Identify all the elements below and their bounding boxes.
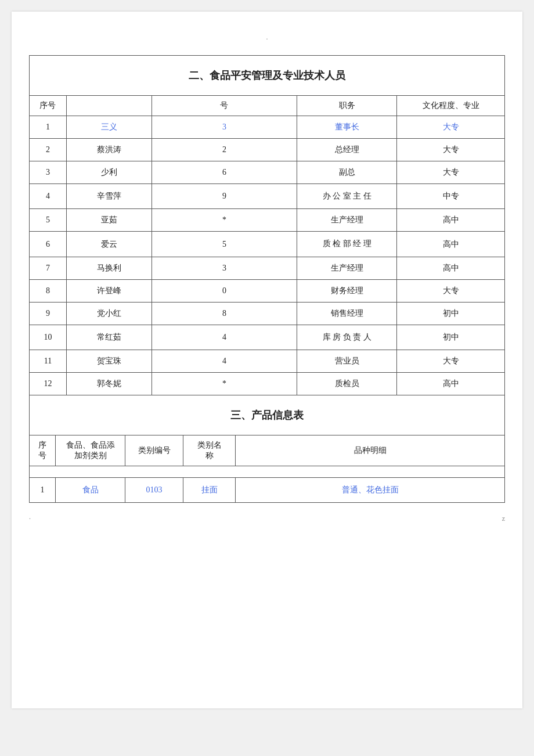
cell-role: 营业员 (297, 350, 397, 373)
section2-title-row: 二、食品平安管理及专业技术人员 (30, 56, 505, 96)
cell-name: 三义 (66, 116, 151, 139)
product-spacer-row (30, 466, 505, 478)
table-row: 5 亚茹 * 生产经理 高中 (30, 209, 505, 232)
table-row: 3 少利 6 副总 大专 (30, 161, 505, 184)
table-row: 9 党小红 8 销售经理 初中 (30, 302, 505, 325)
product-cell-seq: 1 (30, 478, 56, 503)
product-cell-name: 挂面 (183, 478, 236, 503)
cell-num: 0 (152, 279, 297, 302)
cell-num: 9 (152, 184, 297, 209)
top-dot: · (29, 35, 505, 44)
cell-role: 质检员 (297, 373, 397, 395)
header-name (66, 96, 151, 116)
cell-seq: 10 (30, 325, 67, 350)
cell-edu: 高中 (397, 257, 505, 279)
cell-edu: 大专 (397, 116, 505, 139)
table-row: 10 常红茹 4 库 房 负 责 人 初中 (30, 325, 505, 350)
cell-seq: 6 (30, 232, 67, 257)
cell-edu: 大专 (397, 161, 505, 184)
section3-title: 三、产品信息表 (30, 401, 504, 429)
cell-num: 6 (152, 161, 297, 184)
cell-name: 马换利 (66, 257, 151, 279)
table-row: 11 贺宝珠 4 营业员 大专 (30, 350, 505, 373)
cell-seq: 7 (30, 257, 67, 279)
cell-role: 董事长 (297, 116, 397, 139)
cell-num: 4 (152, 325, 297, 350)
section3-title-row: 三、产品信息表 (30, 395, 505, 435)
header-seq: 序号 (30, 96, 67, 116)
cell-seq: 3 (30, 161, 67, 184)
cell-role: 库 房 负 责 人 (297, 325, 397, 350)
footer-dot-left: · (29, 514, 31, 523)
cell-role: 总经理 (297, 139, 397, 161)
page-footer: · z (29, 514, 505, 523)
section2-title: 二、食品平安管理及专业技术人员 (30, 62, 504, 89)
cell-edu: 大专 (397, 279, 505, 302)
section3-header-row: 序号 食品、食品添加剂类别 类别编号 类别名称 品种明细 (30, 435, 505, 466)
cell-seq: 4 (30, 184, 67, 209)
section3-outer-table: 三、产品信息表 序号 食品、食品添加剂类别 类别编号 类别名称 品种明细 1 食… (29, 395, 505, 503)
cell-name: 党小红 (66, 302, 151, 325)
header-role: 职务 (297, 96, 397, 116)
cell-num: * (152, 209, 297, 232)
cell-name: 蔡洪涛 (66, 139, 151, 161)
cell-role: 质 检 部 经 理 (297, 232, 397, 257)
cell-seq: 11 (30, 350, 67, 373)
cell-num: 4 (152, 350, 297, 373)
table-row: 12 郭冬妮 * 质检员 高中 (30, 373, 505, 395)
cell-edu: 初中 (397, 325, 505, 350)
product-header-code: 类别编号 (125, 435, 183, 466)
header-edu: 文化程度、专业 (397, 96, 505, 116)
cell-name: 亚茹 (66, 209, 151, 232)
cell-name: 辛雪萍 (66, 184, 151, 209)
cell-edu: 高中 (397, 209, 505, 232)
cell-num: 3 (152, 116, 297, 139)
cell-seq: 1 (30, 116, 67, 139)
cell-num: 8 (152, 302, 297, 325)
cell-seq: 8 (30, 279, 67, 302)
table-row: 7 马换利 3 生产经理 高中 (30, 257, 505, 279)
cell-edu: 大专 (397, 139, 505, 161)
section2-header-row: 序号 号 职务 文化程度、专业 (30, 96, 505, 116)
footer-dot-right: z (502, 514, 505, 523)
cell-seq: 5 (30, 209, 67, 232)
cell-seq: 12 (30, 373, 67, 395)
cell-edu: 大专 (397, 350, 505, 373)
cell-role: 生产经理 (297, 209, 397, 232)
section2-outer-table: 二、食品平安管理及专业技术人员 序号 号 职务 文化程度、专业 1 三义 3 董… (29, 55, 505, 395)
product-header-name: 类别名称 (183, 435, 236, 466)
product-header-seq: 序号 (30, 435, 56, 466)
cell-seq: 9 (30, 302, 67, 325)
cell-edu: 高中 (397, 232, 505, 257)
table-row: 2 蔡洪涛 2 总经理 大专 (30, 139, 505, 161)
cell-role: 销售经理 (297, 302, 397, 325)
table-row: 6 爱云 5 质 检 部 经 理 高中 (30, 232, 505, 257)
table-row: 1 三义 3 董事长 大专 (30, 116, 505, 139)
cell-edu: 中专 (397, 184, 505, 209)
cell-num: * (152, 373, 297, 395)
cell-num: 5 (152, 232, 297, 257)
table-row: 4 辛雪萍 9 办 公 室 主 任 中专 (30, 184, 505, 209)
cell-role: 办 公 室 主 任 (297, 184, 397, 209)
header-num: 号 (152, 96, 297, 116)
cell-role: 生产经理 (297, 257, 397, 279)
cell-num: 2 (152, 139, 297, 161)
product-header-category: 食品、食品添加剂类别 (56, 435, 125, 466)
cell-name: 少利 (66, 161, 151, 184)
cell-role: 财务经理 (297, 279, 397, 302)
cell-name: 郭冬妮 (66, 373, 151, 395)
cell-name: 常红茹 (66, 325, 151, 350)
cell-edu: 高中 (397, 373, 505, 395)
product-row: 1 食品 0103 挂面 普通、花色挂面 (30, 478, 505, 503)
cell-role: 副总 (297, 161, 397, 184)
page: · 二、食品平安管理及专业技术人员 序号 号 职务 文化程度、专业 1 三义 3… (12, 12, 522, 708)
product-cell-detail: 普通、花色挂面 (236, 478, 505, 503)
cell-name: 贺宝珠 (66, 350, 151, 373)
cell-edu: 初中 (397, 302, 505, 325)
cell-name: 许登峰 (66, 279, 151, 302)
cell-num: 3 (152, 257, 297, 279)
product-cell-category: 食品 (56, 478, 125, 503)
product-header-detail: 品种明细 (236, 435, 505, 466)
cell-seq: 2 (30, 139, 67, 161)
table-row: 8 许登峰 0 财务经理 大专 (30, 279, 505, 302)
